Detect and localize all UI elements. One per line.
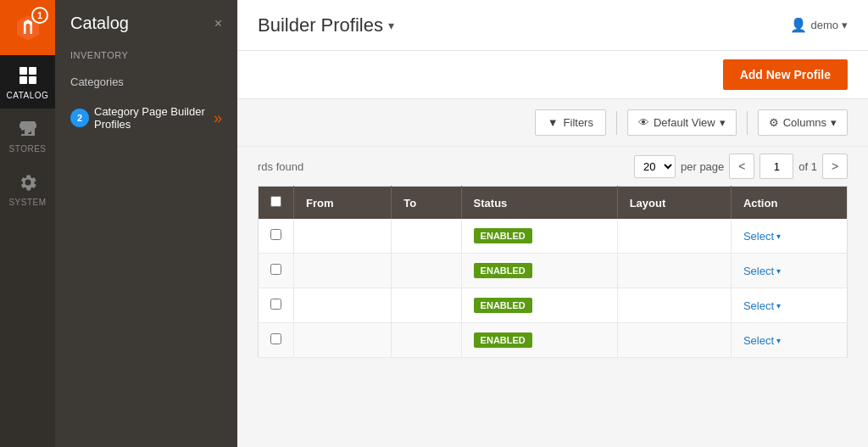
col-action-label: Action xyxy=(743,197,777,210)
next-page-button[interactable]: > xyxy=(822,154,848,179)
sidebar-item-category-builder-profiles[interactable]: 2 Category Page Builder Profiles » xyxy=(55,97,237,139)
row-to xyxy=(392,288,461,323)
default-view-button[interactable]: 👁 Default View ▾ xyxy=(627,109,737,136)
row-to xyxy=(392,323,461,358)
row-checkbox-cell xyxy=(259,219,294,254)
action-select-link[interactable]: Select ▾ xyxy=(743,265,835,277)
default-view-arrow-icon: ▾ xyxy=(720,116,726,129)
columns-label: Columns xyxy=(783,116,826,129)
page-size-select[interactable]: 20 xyxy=(634,155,676,178)
col-status: Status xyxy=(461,187,617,220)
row-checkbox[interactable] xyxy=(270,264,281,275)
page-title: Builder Profiles ▾ xyxy=(258,14,394,36)
row-to xyxy=(392,219,461,254)
row-action: Select ▾ xyxy=(731,219,847,254)
col-from-label: From xyxy=(306,197,334,210)
separator xyxy=(616,111,617,135)
row-action: Select ▾ xyxy=(731,254,847,288)
action-dropdown-arrow-icon: ▾ xyxy=(776,301,781,310)
pagination-bar: rds found 20 per page < of 1 > xyxy=(237,147,868,186)
status-badge: ENABLED xyxy=(474,263,532,278)
row-checkbox[interactable] xyxy=(270,333,281,344)
col-checkbox xyxy=(259,187,294,220)
row-status: ENABLED xyxy=(461,254,617,288)
status-badge: ENABLED xyxy=(474,228,532,243)
columns-button[interactable]: ⚙ Columns ▾ xyxy=(758,109,848,136)
table-header-row: From To Status Layout Action xyxy=(259,187,848,220)
table-body: ENABLED Select ▾ ENABLED Select ▾ xyxy=(259,219,848,358)
sidebar-item-catalog[interactable]: CATALOG xyxy=(0,55,55,109)
col-action: Action xyxy=(731,187,847,220)
col-status-label: Status xyxy=(474,197,508,210)
catalog-icon xyxy=(16,64,40,87)
row-checkbox-cell xyxy=(259,254,294,288)
svg-rect-3 xyxy=(29,76,36,84)
row-from xyxy=(294,254,392,288)
sidebar-section-title: Inventory xyxy=(55,42,237,67)
row-layout xyxy=(617,323,731,358)
page-title-arrow-icon[interactable]: ▾ xyxy=(388,19,394,32)
sidebar-badge: 2 xyxy=(70,109,89,127)
col-layout: Layout xyxy=(617,187,731,220)
sidebar-item-system[interactable]: SYSTEM xyxy=(0,162,55,215)
pagination-controls: 20 per page < of 1 > xyxy=(634,154,848,179)
sidebar-panel: Catalog × Inventory Categories 2 Categor… xyxy=(55,0,237,447)
user-label: demo xyxy=(810,19,838,31)
sidebar-item-builder-label: Category Page Builder Profiles xyxy=(94,105,209,131)
col-layout-label: Layout xyxy=(630,197,666,210)
row-status: ENABLED xyxy=(461,288,617,323)
action-select-link[interactable]: Select ▾ xyxy=(743,334,835,347)
sidebar-item-stores[interactable]: STORES xyxy=(0,109,55,162)
of-label: of 1 xyxy=(798,160,817,173)
page-title-text: Builder Profiles xyxy=(258,14,383,36)
row-checkbox[interactable] xyxy=(270,299,281,310)
columns-arrow-icon: ▾ xyxy=(831,116,837,129)
user-icon: 👤 xyxy=(790,17,807,33)
row-status: ENABLED xyxy=(461,323,617,358)
action-dropdown-arrow-icon: ▾ xyxy=(776,336,781,345)
prev-page-button[interactable]: < xyxy=(729,154,754,179)
table-row: ENABLED Select ▾ xyxy=(259,219,848,254)
col-to: To xyxy=(392,187,461,220)
system-nav-label: SYSTEM xyxy=(8,198,46,207)
stores-icon xyxy=(16,117,40,141)
row-from xyxy=(294,323,392,358)
row-checkbox[interactable] xyxy=(270,229,281,240)
records-info-text: rds found xyxy=(258,160,303,173)
row-status: ENABLED xyxy=(461,219,617,254)
eye-icon: 👁 xyxy=(638,116,649,129)
system-icon xyxy=(16,170,40,194)
app-logo[interactable]: 1 xyxy=(0,0,55,55)
filters-button[interactable]: ▼ Filters xyxy=(535,109,606,136)
action-select-link[interactable]: Select ▾ xyxy=(743,299,835,312)
add-new-profile-button[interactable]: Add New Profile xyxy=(723,59,848,90)
sidebar-item-categories-label: Categories xyxy=(70,75,124,88)
profiles-table: From To Status Layout Action xyxy=(258,186,848,358)
status-badge: ENABLED xyxy=(474,298,532,313)
default-view-label: Default View xyxy=(654,116,715,129)
col-from: From xyxy=(294,187,392,220)
row-layout xyxy=(617,254,731,288)
stores-nav-label: STORES xyxy=(9,144,47,154)
catalog-nav-label: CATALOG xyxy=(7,91,49,100)
svg-rect-2 xyxy=(19,76,27,84)
sidebar-item-categories[interactable]: Categories xyxy=(55,67,237,97)
row-from xyxy=(294,288,392,323)
sidebar-header: Catalog × xyxy=(55,0,237,42)
user-arrow-icon: ▾ xyxy=(842,19,848,31)
row-checkbox-cell xyxy=(259,288,294,323)
sidebar-close-button[interactable]: × xyxy=(214,16,222,31)
page-number-input[interactable] xyxy=(760,154,793,179)
select-all-checkbox[interactable] xyxy=(270,196,281,207)
row-action: Select ▾ xyxy=(731,323,847,358)
columns-icon: ⚙ xyxy=(769,116,779,129)
top-bar: Builder Profiles ▾ 👤 demo ▾ xyxy=(237,0,868,51)
action-select-link[interactable]: Select ▾ xyxy=(743,230,835,243)
table-row: ENABLED Select ▾ xyxy=(259,254,848,288)
user-menu[interactable]: 👤 demo ▾ xyxy=(790,17,848,33)
per-page-label: per page xyxy=(681,160,724,173)
table-row: ENABLED Select ▾ xyxy=(259,323,848,358)
separator-2 xyxy=(747,111,748,135)
action-dropdown-arrow-icon: ▾ xyxy=(776,232,781,241)
filters-label: Filters xyxy=(564,116,593,129)
